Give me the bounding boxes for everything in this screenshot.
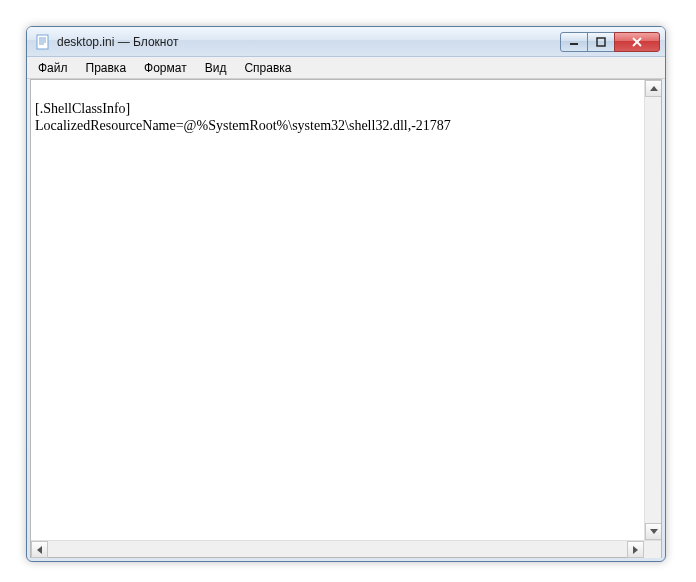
scroll-corner <box>644 541 661 558</box>
menu-edit[interactable]: Правка <box>77 57 136 78</box>
scroll-up-button[interactable] <box>645 80 661 97</box>
horizontal-scrollbar[interactable] <box>31 541 644 557</box>
close-button[interactable] <box>614 32 660 52</box>
minimize-button[interactable] <box>560 32 588 52</box>
menubar: Файл Правка Формат Вид Справка <box>27 57 665 79</box>
svg-rect-5 <box>570 43 578 45</box>
chevron-right-icon <box>633 546 638 554</box>
minimize-icon <box>569 37 579 47</box>
menu-file[interactable]: Файл <box>29 57 77 78</box>
vertical-scroll-track[interactable] <box>645 97 661 523</box>
maximize-button[interactable] <box>587 32 615 52</box>
scroll-right-button[interactable] <box>627 541 644 558</box>
notepad-window: desktop.ini — Блокнот Файл Правка Формат… <box>26 26 666 562</box>
horizontal-scroll-track[interactable] <box>48 541 627 557</box>
editor-wrap <box>31 80 661 540</box>
horizontal-scrollbar-row <box>31 540 661 557</box>
notepad-app-icon <box>35 34 51 50</box>
titlebar[interactable]: desktop.ini — Блокнот <box>27 27 665 57</box>
vertical-scrollbar[interactable] <box>644 80 661 540</box>
menu-view[interactable]: Вид <box>196 57 236 78</box>
text-editor[interactable] <box>31 80 644 540</box>
svg-rect-6 <box>597 38 605 46</box>
menu-format[interactable]: Формат <box>135 57 196 78</box>
close-icon <box>631 37 643 47</box>
chevron-down-icon <box>650 529 658 534</box>
chevron-up-icon <box>650 86 658 91</box>
window-title: desktop.ini — Блокнот <box>57 35 561 49</box>
scroll-down-button[interactable] <box>645 523 661 540</box>
client-area <box>30 79 662 558</box>
chevron-left-icon <box>37 546 42 554</box>
window-controls <box>561 32 660 52</box>
scroll-left-button[interactable] <box>31 541 48 558</box>
maximize-icon <box>596 37 606 47</box>
menu-help[interactable]: Справка <box>235 57 300 78</box>
